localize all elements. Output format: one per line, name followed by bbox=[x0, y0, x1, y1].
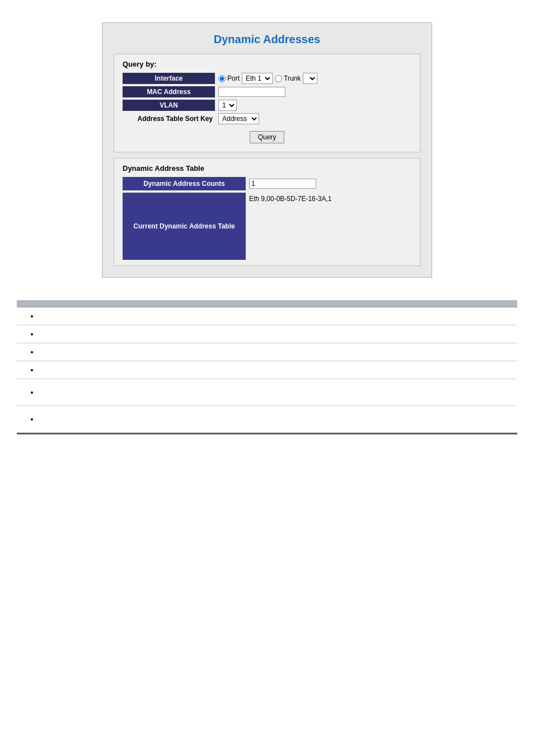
page-title: Dynamic Addresses bbox=[114, 29, 420, 54]
bottom-table-header-row bbox=[17, 300, 517, 307]
trunk-select[interactable] bbox=[303, 73, 317, 84]
trunk-radio-group: Trunk bbox=[275, 74, 301, 82]
dynamic-counts-row: Dynamic Address Counts bbox=[123, 177, 411, 190]
mac-address-label: MAC Address bbox=[123, 86, 215, 97]
list-item bbox=[39, 388, 512, 396]
dynamic-address-table-section: Dynamic Address Table Dynamic Address Co… bbox=[114, 158, 420, 266]
vlan-row: VLAN 1 2 3 bbox=[123, 100, 411, 111]
dynamic-counts-input[interactable] bbox=[249, 179, 316, 189]
bottom-table bbox=[17, 300, 517, 433]
vlan-label: VLAN bbox=[123, 100, 215, 111]
current-address-label: Current Dynamic Address Table bbox=[123, 193, 246, 260]
list-item bbox=[39, 312, 512, 320]
current-address-content: Eth 9,00-0B-5D-7E-16-3A,1 bbox=[246, 193, 411, 260]
table-row bbox=[17, 379, 517, 406]
bottom-section bbox=[17, 300, 517, 435]
list-item bbox=[39, 348, 512, 356]
table-row bbox=[17, 307, 517, 325]
interface-row: Interface Port Eth 1 Eth 2 Eth 3 Trunk bbox=[123, 73, 411, 84]
bottom-table-header bbox=[17, 300, 517, 307]
dynamic-address-table-title: Dynamic Address Table bbox=[123, 164, 411, 172]
interface-label: Interface bbox=[123, 73, 215, 84]
mac-address-input[interactable] bbox=[218, 87, 285, 97]
list-item bbox=[39, 415, 512, 423]
port-radio-group: Port bbox=[218, 74, 240, 82]
sort-key-content: Address VLAN Interface bbox=[215, 113, 411, 124]
bottom-footer bbox=[17, 433, 517, 435]
sort-key-label: Address Table Sort Key bbox=[123, 115, 215, 123]
sort-key-row: Address Table Sort Key Address VLAN Inte… bbox=[123, 113, 411, 124]
query-by-label: Query by: bbox=[123, 60, 411, 68]
page-wrapper: Dynamic Addresses Query by: Interface Po… bbox=[0, 0, 534, 446]
query-button[interactable]: Query bbox=[250, 131, 285, 143]
vlan-select[interactable]: 1 2 3 bbox=[218, 100, 237, 111]
list-item bbox=[39, 330, 512, 338]
list-item bbox=[39, 366, 512, 374]
vlan-content: 1 2 3 bbox=[215, 100, 411, 111]
mac-address-row: MAC Address bbox=[123, 86, 411, 97]
table-row bbox=[17, 343, 517, 361]
address-entry: Eth 9,00-0B-5D-7E-16-3A,1 bbox=[249, 195, 331, 203]
mac-address-content bbox=[215, 87, 411, 97]
query-section: Query by: Interface Port Eth 1 Eth 2 Eth… bbox=[114, 54, 420, 152]
table-row bbox=[17, 406, 517, 433]
sort-key-select[interactable]: Address VLAN Interface bbox=[218, 113, 259, 124]
trunk-radio-label: Trunk bbox=[284, 74, 301, 82]
interface-content: Port Eth 1 Eth 2 Eth 3 Trunk bbox=[215, 73, 411, 84]
port-select[interactable]: Eth 1 Eth 2 Eth 3 bbox=[242, 73, 273, 84]
table-row bbox=[17, 361, 517, 379]
main-card: Dynamic Addresses Query by: Interface Po… bbox=[102, 22, 432, 278]
table-row bbox=[17, 325, 517, 343]
port-radio[interactable] bbox=[218, 75, 226, 82]
port-radio-label: Port bbox=[227, 74, 240, 82]
query-button-row: Query bbox=[123, 131, 411, 143]
dynamic-counts-label: Dynamic Address Counts bbox=[123, 177, 246, 190]
current-address-area: Current Dynamic Address Table Eth 9,00-0… bbox=[123, 193, 411, 260]
dynamic-counts-content bbox=[246, 177, 411, 190]
trunk-radio[interactable] bbox=[275, 75, 282, 82]
